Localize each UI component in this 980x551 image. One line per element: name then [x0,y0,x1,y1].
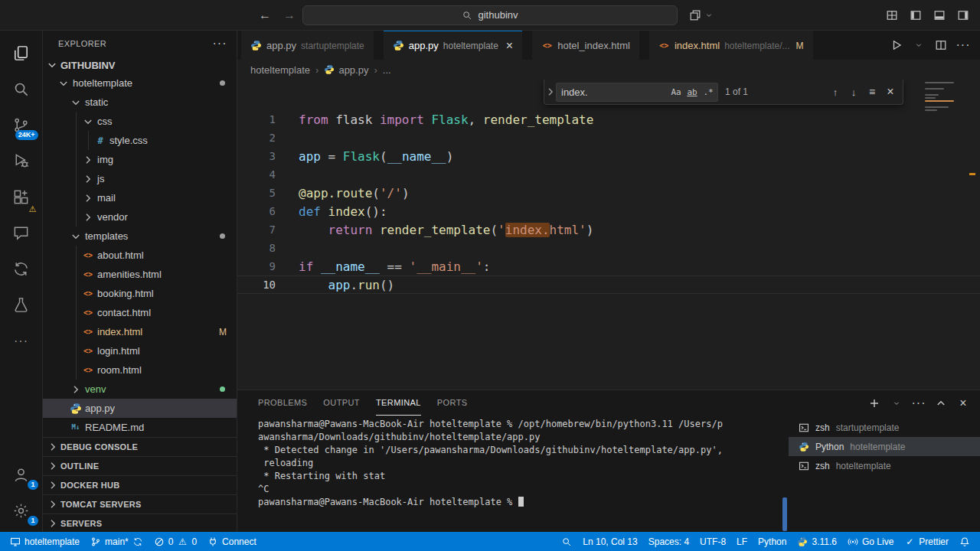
status-remote[interactable]: hoteltemplate [5,532,85,551]
code-line[interactable]: 9if __name__ == '__main__': [237,257,980,276]
editor[interactable]: 1from flask import Flask, render_templat… [237,80,980,390]
activity-testing[interactable] [4,287,39,323]
toggle-sidebar-icon[interactable] [910,9,922,21]
section-docker-hub[interactable]: DOCKER HUB [43,475,237,494]
tree-item-style.css[interactable]: #style.css [43,131,237,150]
section-servers[interactable]: SERVERS [43,514,237,532]
tree-item-hoteltemplate[interactable]: hoteltemplate [43,73,237,93]
status-indentation[interactable]: Spaces: 4 [643,532,694,551]
tree-item-login.html[interactable]: <>login.html [43,341,237,360]
terminal-instance-zsh-startuptemplate[interactable]: zshstartuptemplate [789,418,980,437]
run-dropdown-icon[interactable] [913,39,925,51]
new-terminal-icon[interactable] [868,397,880,409]
panel-tab-output[interactable]: OUTPUT [323,390,360,416]
toggle-panel-icon[interactable] [933,9,946,21]
status-eol[interactable]: LF [731,532,753,551]
toggle-secondary-sidebar-icon[interactable] [957,9,969,21]
toggle-replace-button[interactable] [544,80,556,104]
activity-extensions[interactable]: ⚠ [4,179,39,215]
code-line[interactable]: 6def index(): [237,202,980,220]
command-center-search[interactable]: githubinv [302,5,678,25]
terminal-dropdown-icon[interactable] [890,397,903,409]
find-in-selection-button[interactable]: ≡ [863,83,881,101]
next-match-button[interactable]: ↓ [844,83,863,101]
open-windows-control[interactable] [689,9,715,21]
previous-match-button[interactable]: ↑ [826,83,844,101]
find-input[interactable] [561,86,668,98]
activity-comments[interactable] [4,215,39,251]
tab-hotel_index.html[interactable]: <>hotel_index.html [532,31,639,60]
terminal-instance-Python-hoteltemplate[interactable]: Pythonhoteltemplate [789,437,980,456]
tab-index.html-hoteltemplate/...[interactable]: <>index.htmlhoteltemplate/...M [649,31,813,60]
terminal-output[interactable]: pawansharma@Pawans-MacBook-Air hoteltemp… [237,416,781,532]
tree-item-booking.html[interactable]: <>booking.html [43,284,237,303]
tree-item-venv[interactable]: venv [43,380,237,399]
split-editor-icon[interactable] [935,39,947,51]
code-line[interactable]: 4 [237,165,980,184]
more-actions-icon[interactable]: ··· [957,39,969,51]
tree-item-app.py[interactable]: app.py [43,399,237,418]
status-branch[interactable]: main* [85,532,149,551]
tree-item-js[interactable]: js [43,169,237,188]
status-problems[interactable]: 0⚠0 [149,532,202,551]
terminal-instance-zsh-hoteltemplate[interactable]: zshhoteltemplate [789,456,980,475]
breadcrumb-item-hoteltemplate[interactable]: hoteltemplate [250,64,310,76]
breadcrumb-item-...[interactable]: ... [383,64,391,76]
status-notifications[interactable] [954,532,975,551]
activity-settings[interactable]: 1 [4,493,39,529]
run-python-file-icon[interactable] [890,39,903,51]
close-find-button[interactable]: × [881,83,900,101]
tab-app.py-startuptemplate[interactable]: app.pystartuptemplate [241,31,374,60]
tab-app.py-hoteltemplate[interactable]: app.pyhoteltemplate× [384,31,522,60]
code-line[interactable]: 5@app.route('/') [237,184,980,202]
regex-toggle[interactable]: .* [701,84,716,99]
tree-item-mail[interactable]: mail [43,188,237,207]
code-area[interactable]: 1from flask import Flask, render_templat… [237,80,980,390]
tree-item-index.html[interactable]: <>index.htmlM [43,322,237,341]
status-search-status[interactable] [556,532,577,551]
section-outline[interactable]: OUTLINE [43,456,237,475]
close-panel-icon[interactable]: × [957,397,969,409]
activity-explorer[interactable] [4,35,39,71]
activity-source-control[interactable]: 24K+ [4,107,39,143]
tree-item-README.md[interactable]: M↓README.md [43,418,237,437]
section-debug-console[interactable]: DEBUG CONSOLE [43,437,237,456]
tree-item-contact.html[interactable]: <>contact.html [43,303,237,322]
tree-item-vendor[interactable]: vendor [43,207,237,227]
activity-run-debug[interactable] [4,143,39,179]
explorer-actions-icon[interactable]: ··· [214,37,226,50]
status-prettier[interactable]: ✓Prettier [899,532,954,551]
code-line[interactable]: 1from flask import Flask, render_templat… [237,110,980,129]
terminal-scrollbar[interactable] [781,416,789,532]
code-line[interactable]: 3app = Flask(__name__) [237,147,980,165]
scrollbar-thumb[interactable] [782,497,787,531]
activity-remote[interactable] [4,251,39,287]
status-encoding[interactable]: UTF-8 [694,532,731,551]
code-line[interactable]: 7 return render_template('index.html') [237,220,980,239]
tree-item-img[interactable]: img [43,150,237,169]
tree-item-css[interactable]: css [43,112,237,131]
activity-accounts[interactable]: 1 [4,457,39,493]
close-icon[interactable]: × [506,40,513,52]
code-line[interactable]: 8 [237,239,980,257]
panel-tab-terminal[interactable]: TERMINAL [376,390,421,416]
status-connect[interactable]: Connect [202,532,262,551]
status-interpreter[interactable]: 3.11.6 [792,532,841,551]
section-tomcat-servers[interactable]: TOMCAT SERVERS [43,494,237,514]
breadcrumb-item-app.py[interactable]: app.py [324,64,368,76]
match-case-toggle[interactable]: Aa [668,84,684,99]
status-go-live[interactable]: Go Live [842,532,899,551]
forward-icon[interactable]: → [283,9,296,21]
tree-item-room.html[interactable]: <>room.html [43,360,237,380]
minimap[interactable] [922,81,957,112]
customize-layout-icon[interactable] [886,9,898,21]
whole-word-toggle[interactable]: ab [684,84,700,99]
status-cursor-position[interactable]: Ln 10, Col 13 [577,532,642,551]
activity-search[interactable] [4,71,39,107]
back-icon[interactable]: ← [259,9,271,21]
workspace-root[interactable]: GITHUBINV [43,57,237,73]
panel-tab-ports[interactable]: PORTS [437,390,468,416]
code-line[interactable]: 10 app.run() [237,276,980,294]
activity-more[interactable]: ··· [4,323,39,359]
tree-item-templates[interactable]: templates [43,227,237,246]
